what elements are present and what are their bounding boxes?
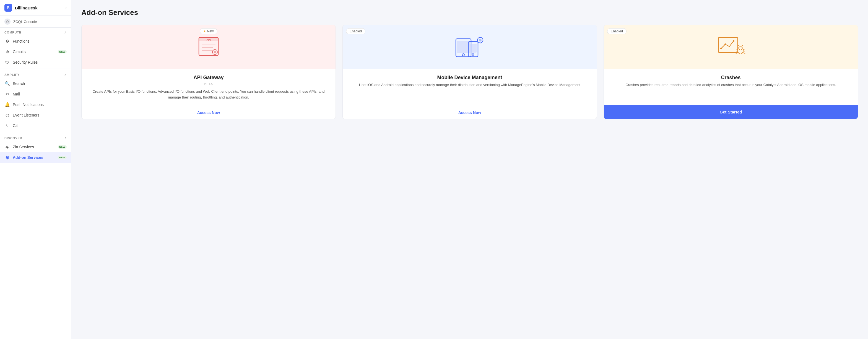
svg-point-19 [479,39,482,41]
app-icon: B [4,4,12,11]
mail-icon: ✉ [4,91,10,97]
crashes-desc: Crashes provides real-time reports and d… [611,82,851,100]
sidebar-item-security-rules[interactable]: 🛡 Security Rules [0,57,71,67]
security-rules-icon: 🛡 [4,60,10,65]
cards-grid: ✦ New API [81,25,858,119]
crashes-body: Crashes Crashes provides real-time repor… [604,69,858,105]
mdm-enabled-badge: Enabled [346,28,365,34]
sidebar-item-search[interactable]: 🔍 Search [0,78,71,89]
svg-point-26 [724,43,726,45]
mdm-card: Enabled [342,25,597,119]
svg-line-35 [743,49,745,50]
compute-section-title: COMPUTE [4,31,21,34]
svg-point-29 [738,47,743,54]
search-icon: 🔍 [4,81,10,86]
compute-section-header[interactable]: COMPUTE ∧ [0,28,71,36]
main-content: Add-on Services ✦ New API [71,0,868,339]
crashes-title: Crashes [611,75,851,81]
svg-point-27 [728,46,730,47]
compute-section: COMPUTE ∧ ⚙ Functions ⊕ Circuits NEW 🛡 S… [0,28,71,67]
app-name: BillingDesk [15,5,38,10]
sidebar-item-push-notifications[interactable]: 🔔 Push Notifications [0,99,71,110]
api-gateway-illustration: API [193,33,224,61]
svg-line-38 [738,45,739,47]
mail-label: Mail [13,92,67,96]
api-gateway-subtitle: BETA [88,82,329,86]
svg-point-7 [214,51,216,53]
search-label: Search [13,81,67,86]
amplify-section-header[interactable]: AMPLIFY ∧ [0,70,71,78]
svg-point-28 [733,40,735,42]
event-listeners-icon: ◎ [4,112,10,118]
push-notifications-label: Push Notifications [13,102,67,107]
crashes-enabled-badge: Enabled [607,28,626,34]
api-gateway-desc: Create APIs for your Basic I/O functions… [88,89,329,100]
svg-point-31 [741,49,742,50]
push-notifications-icon: 🔔 [4,102,10,107]
divider-2 [0,132,71,132]
svg-point-17 [472,54,474,55]
amplify-chevron-icon: ∧ [64,73,67,76]
app-header[interactable]: B BillingDesk › [0,0,71,16]
git-label: Git [13,123,67,128]
api-gateway-banner: ✦ New API [82,25,336,69]
svg-line-39 [742,45,743,47]
crashes-footer: Get Started [604,105,858,119]
sidebar-item-functions[interactable]: ⚙ Functions [0,36,71,47]
crashes-banner: Enabled [604,25,858,69]
add-on-services-icon: ◉ [4,155,10,160]
svg-point-14 [462,54,464,56]
svg-point-25 [720,48,722,49]
zcql-console-item[interactable]: ⬡ ZCQL Console [0,16,71,28]
api-gateway-body: API Gateway BETA Create APIs for your Ba… [82,69,336,106]
mdm-desc: Host iOS and Android applications and se… [349,82,590,100]
new-badge-label: New [207,29,214,33]
mdm-body: Mobile Device Management Host iOS and An… [343,69,597,106]
sidebar-item-event-listeners[interactable]: ◎ Event Listeners [0,110,71,120]
amplify-section-title: AMPLIFY [4,73,19,76]
crashes-get-started-btn[interactable]: Get Started [611,110,851,114]
zcql-icon: ⬡ [4,19,10,25]
chevron-right-icon: › [66,6,67,10]
git-icon: ⑂ [4,123,10,128]
svg-text:API: API [206,38,211,41]
page-title: Add-on Services [81,8,858,17]
zia-services-label: Zia Services [13,145,55,149]
functions-label: Functions [13,39,67,43]
svg-rect-16 [470,44,476,53]
discover-section-title: DISCOVER [4,136,22,140]
security-rules-label: Security Rules [13,60,67,64]
event-listeners-label: Event Listeners [13,113,67,117]
api-gateway-card: ✦ New API [81,25,336,119]
add-on-services-new-badge: NEW [58,156,67,159]
api-gateway-access-btn[interactable]: Access Now [197,111,220,115]
circuits-icon: ⊕ [4,49,10,55]
sidebar: B BillingDesk › ⬡ ZCQL Console COMPUTE ∧… [0,0,71,339]
zia-services-icon: ◈ [4,144,10,150]
svg-line-37 [743,53,745,54]
zcql-label: ZCQL Console [13,20,37,24]
crashes-card: Enabled [603,25,858,119]
sidebar-item-circuits[interactable]: ⊕ Circuits NEW [0,47,71,57]
svg-point-30 [739,49,740,50]
mdm-banner: Enabled [343,25,597,69]
mdm-access-btn[interactable]: Access Now [458,111,481,115]
crashes-illustration [714,33,747,61]
sidebar-item-git[interactable]: ⑂ Git [0,120,71,131]
mdm-illustration [453,33,486,61]
sidebar-item-add-on-services[interactable]: ◉ Add-on Services NEW [0,152,71,163]
sidebar-item-mail[interactable]: ✉ Mail [0,89,71,99]
sidebar-item-zia-services[interactable]: ◈ Zia Services NEW [0,142,71,152]
api-gateway-footer: Access Now [82,106,336,119]
add-on-services-label: Add-on Services [13,155,55,160]
zia-services-new-badge: NEW [58,145,67,149]
discover-section-header[interactable]: DISCOVER ∧ [0,133,71,142]
discover-section: DISCOVER ∧ ◈ Zia Services NEW ◉ Add-on S… [0,133,71,163]
svg-rect-24 [718,37,738,53]
circuits-new-badge: NEW [58,50,67,53]
svg-rect-13 [457,41,470,53]
api-gateway-title: API Gateway [88,75,329,81]
api-gateway-new-badge: ✦ New [200,28,217,34]
discover-chevron-icon: ∧ [64,136,67,140]
amplify-section: AMPLIFY ∧ 🔍 Search ✉ Mail 🔔 Push Notific… [0,70,71,131]
